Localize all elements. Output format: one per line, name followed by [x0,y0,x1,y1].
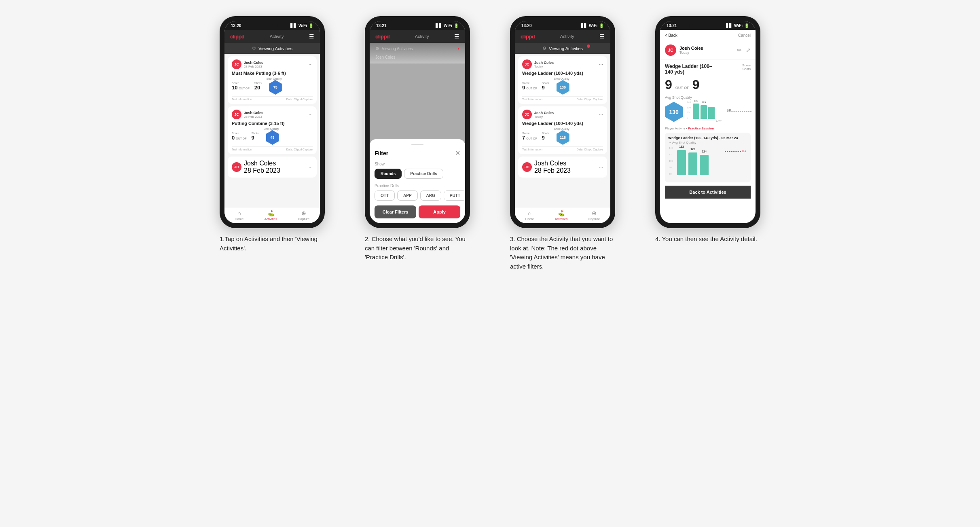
app-button[interactable]: APP [397,190,418,201]
menu-icon-1[interactable]: ☰ [309,33,314,40]
status-icons-2: ▋▋ WiFi 🔋 [436,23,459,28]
dots-3-3[interactable]: ··· [599,164,603,170]
screen-3: 13:20 ▋▋ WiFi 🔋 clippd Activity ☰ [515,21,610,223]
activity-card-3[interactable]: JC Josh Coles 28 Feb 2023 ··· [228,157,317,178]
detail-user-date: Today [679,51,703,55]
quality-label-2: Shot Quality [263,127,279,130]
cancel-button[interactable]: Cancel [738,33,751,38]
back-to-activities-button[interactable]: Back to Activities [665,186,751,199]
user-name-3: Josh Coles [244,160,280,167]
notch-2 [399,23,423,28]
apply-button[interactable]: Apply [419,205,460,218]
practice-drills-button[interactable]: Practice Drills [404,169,443,179]
user-date-3-2: Today [534,115,554,119]
phone-4: 13:21 ▋▋ WiFi 🔋 < Back Cancel JC [655,16,760,228]
signal-icon: ▋▋ [290,23,297,28]
bar-1: 132 [693,104,699,119]
back-button[interactable]: < Back [665,33,677,38]
detail-shots-num: 9 [692,77,700,92]
screen-1: 13:20 ▋▋ WiFi 🔋 clippd Activity ☰ ⚙ [224,21,320,223]
nav-label-capture-3: Capture [588,217,600,221]
show-label: Show [375,162,460,166]
activity-card-3-2[interactable]: JC Josh Coles Today ··· Wedge Ladder (10… [518,106,607,154]
dots-1[interactable]: ··· [309,61,313,67]
user-name-2: Josh Coles [244,111,263,115]
practice-session-label: Practice Session [688,127,714,130]
column-3: 13:20 ▋▋ WiFi 🔋 clippd Activity ☰ [497,16,628,271]
home-icon-3: ⌂ [528,210,531,216]
status-bar-1: 13:20 ▋▋ WiFi 🔋 [224,21,320,30]
logo-3: clippd [521,34,535,40]
detail-big-score: 9 OUT OF 9 [665,77,751,92]
activity-card-1[interactable]: JC Josh Coles 28 Feb 2023 ··· Must Make … [228,56,317,104]
dots-3-1[interactable]: ··· [599,61,603,67]
score-val-2: 0 OUT OF [232,135,247,141]
stat-shots-1: Shots 20 [254,82,262,91]
user-info-2: JC Josh Coles 28 Feb 2023 [232,110,263,119]
nav-capture-1[interactable]: ⊕ Capture [298,210,309,221]
avatar-3-2: JC [522,110,532,119]
settings-icon-3: ⚙ [542,46,546,51]
battery-icon-4: 🔋 [744,23,749,28]
phone-3: 13:20 ▋▋ WiFi 🔋 clippd Activity ☰ [510,16,615,228]
activity-detail-card[interactable]: Wedge Ladder (100–140 yds) - 06 Mar 23 →… [665,133,751,182]
activities-icon-1: ⛳ [267,210,274,216]
user-name-3-2: Josh Coles [534,111,554,115]
dots-3-2[interactable]: ··· [599,112,603,117]
user-text-2: Josh Coles 28 Feb 2023 [244,111,263,119]
detail-out-of: OUT OF [675,86,689,90]
detail-action-icons: ✏ ⤢ [737,47,751,53]
nav-activities-1[interactable]: ⛳ Activities [265,210,277,221]
putt-button[interactable]: PUTT [444,190,465,201]
card-stats-3-2: Score 7 OUT OF Shots 9 [522,127,603,145]
stat-score-1: Score 10 OUT OF [232,82,250,91]
avg-quality-row: 130 140 100 50 0 [665,101,751,123]
settings-icon-1: ⚙ [252,46,256,51]
dots-3[interactable]: ··· [309,164,313,170]
menu-icon-3[interactable]: ☰ [599,33,605,40]
activity-card-3-3[interactable]: JC Josh Coles 28 Feb 2023 ··· [518,157,607,178]
filter-close-button[interactable]: ✕ [455,149,460,157]
filter-sheet: Filter ✕ Show Rounds Practice Drills Pra… [370,139,465,223]
score-label-2: Score [232,132,247,135]
detail-user-name: Josh Coles [679,46,703,51]
detail-labels: Score Shots [742,63,751,71]
card-title-1: Must Make Putting (3-6 ft) [232,71,313,76]
filter-overlay-container: Filter ✕ Show Rounds Practice Drills Pra… [370,63,465,223]
ott-button[interactable]: OTT [375,190,395,201]
viewing-bar-3[interactable]: ⚙ Viewing Activities [515,43,610,54]
activity-card-3-1[interactable]: JC Josh Coles Today ··· Wedge Ladder (10… [518,56,607,104]
user-text-3-1: Josh Coles Today [534,61,554,68]
clear-filters-button[interactable]: Clear Filters [375,205,416,218]
rounds-button[interactable]: Rounds [375,169,402,179]
nav-capture-3[interactable]: ⊕ Capture [588,210,600,221]
dots-2[interactable]: ··· [309,112,313,117]
blurred-viewing-text: Viewing Activities [382,47,413,51]
activity-card-2[interactable]: JC Josh Coles 28 Feb 2023 ··· Putting Co… [228,106,317,154]
avatar-3-3: JC [522,162,532,172]
status-icons-1: ▋▋ WiFi 🔋 [290,23,313,28]
detail-user-row: JC Josh Coles Today ✏ ⤢ [660,41,756,59]
detail-card-subtitle: → Avg Shot Quality [668,141,747,144]
nav-home-3[interactable]: ⌂ Home [525,210,534,221]
detail-content: Wedge Ladder (100–140 yds) Score Shots 9… [660,59,756,223]
menu-icon-2[interactable]: ☰ [454,33,459,40]
arg-button[interactable]: ARG [420,190,441,201]
activities-icon-3: ⛳ [558,210,565,216]
nav-home-1[interactable]: ⌂ Home [235,210,243,221]
user-date-3: 28 Feb 2023 [244,167,280,174]
wifi-icon-2: WiFi [444,23,452,28]
edit-icon[interactable]: ✏ [737,47,742,53]
card-footer-1: Test Information Data: Clippd Capture [232,96,313,101]
nav-activities-3[interactable]: ⛳ Activities [555,210,568,221]
signal-icon-4: ▋▋ [726,23,732,28]
shots-label-1: Shots [254,82,262,85]
detail-back-bar: < Back Cancel [660,30,756,41]
expand-icon[interactable]: ⤢ [746,47,751,53]
nav-bar-3: clippd Activity ☰ [515,30,610,43]
shots-label-2: Shots [252,132,259,135]
card-header-3-1: JC Josh Coles Today ··· [522,59,603,69]
detail-drill-name: Wedge Ladder (100–140 yds) [665,63,713,75]
card-header-1: JC Josh Coles 28 Feb 2023 ··· [232,59,313,69]
viewing-bar-1[interactable]: ⚙ Viewing Activities [224,43,320,54]
